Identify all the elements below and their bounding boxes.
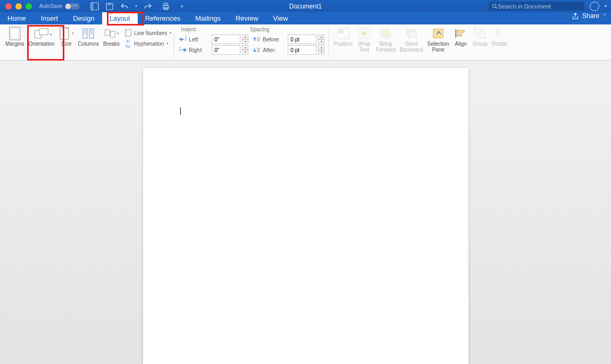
- document-page[interactable]: [143, 68, 468, 364]
- selection-pane-icon: [431, 27, 446, 40]
- columns-icon: [81, 27, 96, 40]
- wrap-text-button: Wrap Text: [355, 26, 374, 60]
- orientation-icon: ▾: [34, 27, 49, 40]
- indent-left-input[interactable]: [212, 35, 240, 44]
- chevron-up-icon[interactable]: ⌃: [602, 13, 607, 19]
- quick-access-toolbar: ▾ ▾: [90, 2, 183, 11]
- svg-rect-21: [105, 30, 110, 36]
- size-icon: ▾: [59, 27, 74, 40]
- svg-rect-22: [110, 31, 115, 37]
- svg-rect-51: [457, 34, 462, 36]
- share-icon: [572, 12, 579, 20]
- line-numbers-button[interactable]: 12 Line Numbers▾: [124, 28, 172, 38]
- send-backward-button: Send Backward: [398, 26, 425, 60]
- undo-dropdown-icon[interactable]: ▾: [135, 4, 137, 9]
- svg-rect-2: [108, 3, 111, 5]
- tab-layout[interactable]: Layout: [102, 12, 138, 24]
- tab-insert[interactable]: Insert: [34, 12, 66, 24]
- send-backward-icon: [404, 27, 419, 40]
- window-titlebar: AutoSave OFF ▾ ▾ Document1 ▾: [0, 0, 611, 12]
- chevron-down-icon: ▾: [170, 31, 172, 35]
- svg-rect-50: [457, 30, 464, 32]
- document-title: Document1: [289, 3, 322, 10]
- svg-rect-4: [164, 3, 168, 5]
- bring-forward-button: Bring Forward: [374, 26, 398, 60]
- chevron-down-icon: ▾: [166, 41, 169, 46]
- spacing-after-input[interactable]: [288, 45, 316, 55]
- svg-rect-11: [39, 29, 48, 35]
- traffic-lights: [0, 3, 32, 10]
- indent-left-label: Left:: [189, 37, 210, 43]
- tab-references[interactable]: References: [138, 12, 188, 24]
- selection-pane-button[interactable]: Selection Pane: [425, 26, 451, 60]
- spacing-before-spinner[interactable]: ▴▾: [318, 35, 324, 44]
- chevron-down-icon: ▾: [50, 32, 52, 37]
- size-button[interactable]: ▾ Size: [57, 26, 76, 60]
- svg-rect-55: [484, 37, 486, 39]
- spacing-before-icon: [253, 36, 261, 43]
- chevron-down-icon: ▾: [72, 31, 74, 36]
- svg-rect-41: [362, 31, 367, 36]
- separator: [174, 28, 174, 58]
- autosave-label: AutoSave: [39, 3, 62, 9]
- document-canvas[interactable]: [0, 61, 611, 364]
- account-dropdown-icon[interactable]: ▾: [605, 4, 607, 9]
- qat-customize-icon[interactable]: ▾: [181, 4, 183, 9]
- align-button[interactable]: Align: [451, 26, 471, 60]
- svg-rect-47: [409, 31, 416, 38]
- spacing-before-input[interactable]: [288, 35, 316, 44]
- margins-button[interactable]: Margins: [3, 26, 27, 60]
- redo-icon[interactable]: [144, 2, 152, 11]
- indent-right-icon: [179, 46, 187, 54]
- home-pane-icon[interactable]: [90, 2, 99, 11]
- text-cursor: [180, 107, 181, 115]
- svg-rect-45: [381, 29, 388, 36]
- line-numbers-icon: 12: [124, 29, 132, 37]
- undo-icon[interactable]: [120, 2, 129, 11]
- tab-review[interactable]: Review: [228, 12, 266, 24]
- autosave-toggle[interactable]: AutoSave OFF: [39, 3, 80, 10]
- separator: [329, 28, 329, 58]
- indent-header: Indent: [179, 26, 248, 32]
- svg-rect-48: [433, 29, 443, 38]
- print-icon[interactable]: [162, 2, 170, 11]
- rotate-button: Rotate: [490, 26, 509, 60]
- breaks-button[interactable]: ▾ Breaks: [101, 26, 122, 60]
- tab-view[interactable]: View: [266, 12, 296, 24]
- columns-button[interactable]: Columns: [76, 26, 101, 60]
- svg-rect-12: [60, 28, 69, 39]
- maximize-window-button[interactable]: [26, 3, 32, 10]
- search-box[interactable]: [489, 2, 584, 11]
- svg-point-6: [492, 4, 496, 7]
- save-icon[interactable]: [105, 2, 114, 11]
- indent-right-spinner[interactable]: ▴▾: [242, 45, 248, 55]
- tab-mailings[interactable]: Mailings: [188, 12, 228, 24]
- share-button[interactable]: Share ⌃: [572, 12, 607, 20]
- indent-right-input[interactable]: [212, 45, 240, 55]
- hyphenation-icon: a-bc: [124, 38, 132, 49]
- breaks-icon: ▾: [104, 27, 119, 40]
- search-input[interactable]: [498, 3, 581, 10]
- svg-line-7: [496, 7, 497, 9]
- spacing-after-label: After:: [263, 47, 286, 53]
- spacing-after-spinner[interactable]: ▴▾: [318, 45, 324, 55]
- rotate-icon: [492, 27, 507, 40]
- group-button: Group: [471, 26, 490, 60]
- orientation-button[interactable]: ▾ Orientation: [27, 26, 57, 60]
- position-button: Position: [331, 26, 355, 60]
- hyphenation-button[interactable]: a-bc Hyphenation▾: [124, 39, 172, 48]
- tab-home[interactable]: Home: [0, 12, 34, 24]
- indent-left-spinner[interactable]: ▴▾: [242, 35, 248, 44]
- minimize-window-button[interactable]: [15, 3, 22, 10]
- svg-rect-39: [339, 30, 343, 33]
- bring-forward-icon: [378, 27, 393, 40]
- search-icon: [492, 3, 498, 10]
- chevron-down-icon: ▾: [117, 31, 119, 36]
- svg-rect-1: [91, 3, 94, 10]
- close-window-button[interactable]: [5, 3, 12, 10]
- indent-right-label: Right:: [189, 47, 210, 53]
- tab-design[interactable]: Design: [65, 12, 102, 24]
- position-icon: [336, 27, 350, 40]
- feedback-smiley-icon[interactable]: [590, 2, 599, 11]
- wrap-text-icon: [357, 27, 372, 40]
